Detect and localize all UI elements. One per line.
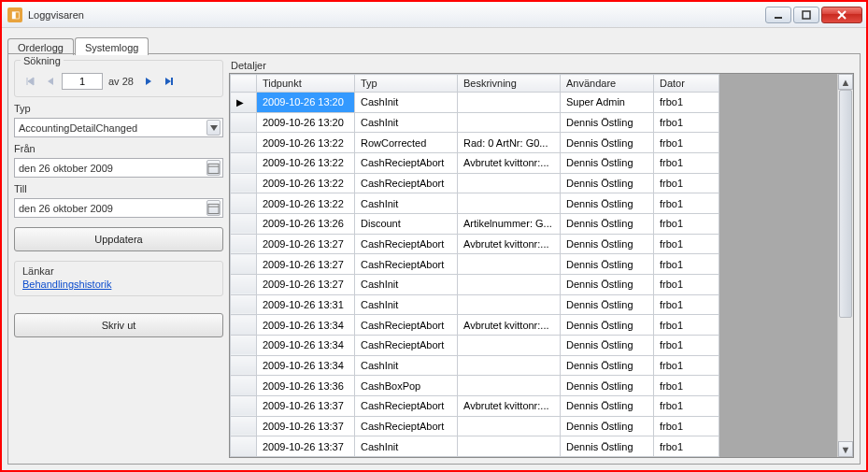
cell-dator[interactable]: frbo1 [654, 335, 719, 355]
scroll-thumb[interactable] [839, 90, 852, 318]
cell-beskrivning[interactable] [458, 436, 561, 457]
cell-tidpunkt[interactable]: 2009-10-26 13:26 [257, 213, 355, 234]
cell-typ[interactable]: RowCorrected [355, 133, 458, 153]
cell-typ[interactable]: CashRecieptAbort [355, 234, 458, 254]
table-row[interactable]: 2009-10-26 13:27CashRecieptAbortDennis Ö… [231, 254, 719, 275]
cell-dator[interactable]: frbo1 [654, 274, 719, 294]
cell-beskrivning[interactable] [458, 355, 561, 376]
fran-datepicker[interactable]: den 26 oktober 2009 [14, 158, 223, 178]
table-row[interactable]: 2009-10-26 13:34CashRecieptAbortDennis Ö… [231, 335, 719, 355]
col-anvandare[interactable]: Användare [561, 75, 654, 93]
cell-typ[interactable]: CashBoxPop [355, 376, 458, 396]
table-row[interactable]: 2009-10-26 13:34CashRecieptAbortAvbrutet… [231, 315, 719, 336]
prev-page-button[interactable] [41, 72, 60, 91]
table-row[interactable]: ▶2009-10-26 13:20CashInitSuper Adminfrbo… [231, 93, 719, 113]
last-page-button[interactable] [160, 72, 178, 91]
cell-anvandare[interactable]: Dennis Östling [561, 355, 654, 376]
table-row[interactable]: 2009-10-26 13:20CashInitDennis Östlingfr… [231, 112, 719, 133]
cell-typ[interactable]: CashInit [355, 294, 458, 315]
cell-beskrivning[interactable]: Avbrutet kvittonr:... [458, 395, 561, 416]
cell-tidpunkt[interactable]: 2009-10-26 13:37 [257, 436, 355, 457]
tab-systemlogg[interactable]: Systemlogg [75, 37, 149, 55]
cell-beskrivning[interactable] [458, 416, 561, 436]
next-page-button[interactable] [139, 72, 158, 91]
cell-beskrivning[interactable]: Artikelnummer: G... [458, 213, 561, 234]
table-row[interactable]: 2009-10-26 13:37CashInitDennis Östlingfr… [231, 436, 719, 457]
cell-anvandare[interactable]: Dennis Östling [561, 294, 654, 315]
cell-anvandare[interactable]: Super Admin [561, 93, 654, 113]
first-page-button[interactable] [21, 72, 39, 91]
cell-typ[interactable]: CashRecieptAbort [355, 173, 458, 193]
cell-beskrivning[interactable] [458, 335, 561, 355]
table-row[interactable]: 2009-10-26 13:27CashInitDennis Östlingfr… [231, 274, 719, 294]
cell-anvandare[interactable]: Dennis Östling [561, 436, 654, 457]
table-row[interactable]: 2009-10-26 13:31CashInitDennis Östlingfr… [231, 294, 719, 315]
cell-tidpunkt[interactable]: 2009-10-26 13:20 [257, 112, 355, 133]
cell-dator[interactable]: frbo1 [654, 315, 719, 336]
cell-beskrivning[interactable] [458, 193, 561, 214]
cell-anvandare[interactable]: Dennis Östling [561, 395, 654, 416]
cell-dator[interactable]: frbo1 [654, 294, 719, 315]
cell-tidpunkt[interactable]: 2009-10-26 13:22 [257, 133, 355, 153]
details-grid[interactable]: Tidpunkt Typ Beskrivning Användare Dator… [230, 74, 719, 457]
cell-anvandare[interactable]: Dennis Östling [561, 376, 654, 396]
cell-beskrivning[interactable]: Avbrutet kvittonr:... [458, 315, 561, 336]
cell-dator[interactable]: frbo1 [654, 395, 719, 416]
cell-dator[interactable]: frbo1 [654, 355, 719, 376]
table-row[interactable]: 2009-10-26 13:22CashInitDennis Östlingfr… [231, 193, 719, 214]
treatment-history-link[interactable]: Behandlingshistorik [22, 279, 111, 290]
scroll-down-icon[interactable]: ▼ [838, 441, 853, 457]
col-tidpunkt[interactable]: Tidpunkt [257, 75, 355, 93]
cell-dator[interactable]: frbo1 [654, 234, 719, 254]
cell-typ[interactable]: Discount [355, 213, 458, 234]
cell-dator[interactable]: frbo1 [654, 254, 719, 275]
cell-beskrivning[interactable] [458, 274, 561, 294]
table-row[interactable]: 2009-10-26 13:37CashRecieptAbortDennis Ö… [231, 416, 719, 436]
cell-typ[interactable]: CashInit [355, 355, 458, 376]
cell-dator[interactable]: frbo1 [654, 152, 719, 173]
cell-dator[interactable]: frbo1 [654, 416, 719, 436]
cell-typ[interactable]: CashInit [355, 112, 458, 133]
typ-combo[interactable]: AccountingDetailChanged [14, 118, 223, 137]
cell-tidpunkt[interactable]: 2009-10-26 13:34 [257, 335, 355, 355]
cell-beskrivning[interactable] [458, 376, 561, 396]
cell-dator[interactable]: frbo1 [654, 376, 719, 396]
cell-beskrivning[interactable]: Rad: 0 ArtNr: G0... [458, 133, 561, 153]
cell-beskrivning[interactable] [458, 112, 561, 133]
table-row[interactable]: 2009-10-26 13:36CashBoxPopDennis Östling… [231, 376, 719, 396]
cell-beskrivning[interactable] [458, 254, 561, 275]
cell-tidpunkt[interactable]: 2009-10-26 13:22 [257, 152, 355, 173]
cell-typ[interactable]: CashRecieptAbort [355, 254, 458, 275]
till-datepicker[interactable]: den 26 oktober 2009 [14, 198, 223, 218]
cell-anvandare[interactable]: Dennis Östling [561, 193, 654, 214]
col-typ[interactable]: Typ [355, 75, 458, 93]
cell-typ[interactable]: CashRecieptAbort [355, 335, 458, 355]
cell-typ[interactable]: CashRecieptAbort [355, 152, 458, 173]
cell-beskrivning[interactable]: Avbrutet kvittonr:... [458, 152, 561, 173]
cell-typ[interactable]: CashInit [355, 193, 458, 214]
cell-tidpunkt[interactable]: 2009-10-26 13:22 [257, 193, 355, 214]
maximize-button[interactable] [793, 7, 819, 23]
vertical-scrollbar[interactable]: ▲ ▼ [837, 74, 853, 457]
table-row[interactable]: 2009-10-26 13:22RowCorrectedRad: 0 ArtNr… [231, 133, 719, 153]
cell-beskrivning[interactable] [458, 294, 561, 315]
table-row[interactable]: 2009-10-26 13:37CashRecieptAbortAvbrutet… [231, 395, 719, 416]
cell-typ[interactable]: CashInit [355, 436, 458, 457]
table-row[interactable]: 2009-10-26 13:22CashRecieptAbortDennis Ö… [231, 173, 719, 193]
close-button[interactable] [821, 7, 862, 23]
cell-tidpunkt[interactable]: 2009-10-26 13:31 [257, 294, 355, 315]
cell-typ[interactable]: CashInit [355, 274, 458, 294]
cell-anvandare[interactable]: Dennis Östling [561, 213, 654, 234]
cell-tidpunkt[interactable]: 2009-10-26 13:34 [257, 315, 355, 336]
update-button[interactable]: Uppdatera [14, 227, 223, 251]
cell-anvandare[interactable]: Dennis Östling [561, 254, 654, 275]
table-row[interactable]: 2009-10-26 13:22CashRecieptAbortAvbrutet… [231, 152, 719, 173]
cell-anvandare[interactable]: Dennis Östling [561, 315, 654, 336]
cell-dator[interactable]: frbo1 [654, 133, 719, 153]
cell-anvandare[interactable]: Dennis Östling [561, 152, 654, 173]
cell-beskrivning[interactable]: Avbrutet kvittonr:... [458, 234, 561, 254]
cell-beskrivning[interactable] [458, 173, 561, 193]
cell-anvandare[interactable]: Dennis Östling [561, 173, 654, 193]
page-input[interactable] [62, 73, 103, 90]
cell-anvandare[interactable]: Dennis Östling [561, 335, 654, 355]
